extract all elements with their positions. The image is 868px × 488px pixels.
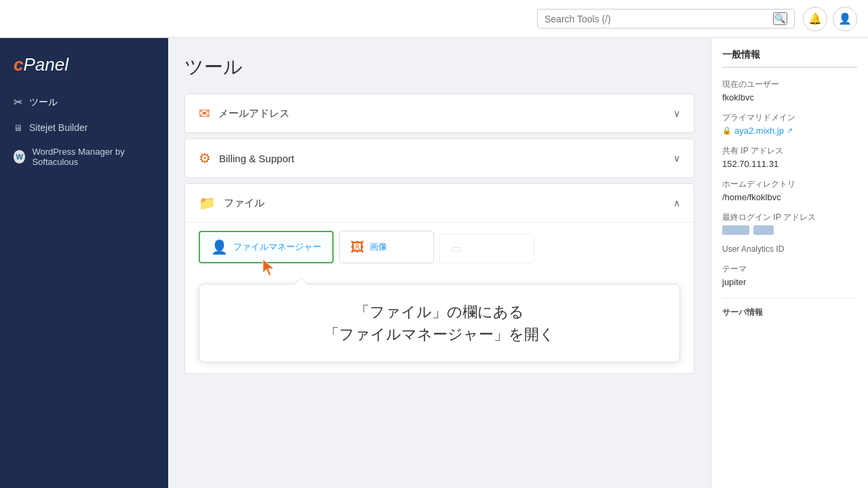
external-link-icon: ↗ <box>787 126 793 135</box>
analytics-id-row: User Analytics ID <box>722 244 857 254</box>
sidebar: cPanel ✂ ツール 🖥 Sitejet Builder W WordPre… <box>0 38 168 488</box>
sidebar-item-tools[interactable]: ✂ ツール <box>0 89 168 115</box>
top-header: 🔍 🔔 👤 <box>0 0 868 38</box>
billing-chevron: ∨ <box>673 153 680 164</box>
mail-section-header[interactable]: ✉ メールアドレス ∨ <box>185 94 694 132</box>
last-login-ip-label: 最終ログイン IP アドレス <box>722 212 857 223</box>
tools-icon: ✂ <box>14 96 22 109</box>
svg-marker-0 <box>262 259 273 276</box>
analytics-id-label: User Analytics ID <box>722 244 857 254</box>
theme-value: jupiter <box>722 277 857 287</box>
mail-section: ✉ メールアドレス ∨ <box>184 94 694 133</box>
sidebar-item-tools-label: ツール <box>29 96 58 109</box>
files-chevron: ∧ <box>673 198 680 208</box>
files-header-left: 📁 ファイル <box>199 195 264 211</box>
images-tool[interactable]: 🖼 画像 <box>339 231 434 263</box>
files-section: 📁 ファイル ∧ 👤 ファイルマネージャー <box>184 183 694 374</box>
notifications-button[interactable]: 🔔 <box>803 7 827 31</box>
search-icon: 🔍 <box>774 14 786 24</box>
sidebar-item-sitejet-label: Sitejet Builder <box>29 122 87 133</box>
tool-ghost-1: ▭ <box>439 233 534 263</box>
main-content: ツール ✉ メールアドレス ∨ ⚙ Billing & Support ∨ <box>168 38 711 488</box>
home-dir-label: ホームディレクトリ <box>722 179 857 190</box>
cpanel-logo: cPanel <box>0 49 168 89</box>
current-user-label: 現在のユーザー <box>722 79 857 90</box>
shared-ip-value: 152.70.111.31 <box>722 159 857 169</box>
mail-chevron: ∨ <box>673 108 680 119</box>
files-body: 👤 ファイルマネージャー 🖼 画像 <box>185 222 694 373</box>
files-icon: 📁 <box>199 195 216 211</box>
layout: cPanel ✂ ツール 🖥 Sitejet Builder W WordPre… <box>0 38 868 488</box>
images-label: 画像 <box>370 241 387 253</box>
billing-title: Billing & Support <box>219 153 294 164</box>
billing-section: ⚙ Billing & Support ∨ <box>184 138 694 178</box>
current-user-row: 現在のユーザー fkoklbvc <box>722 79 857 102</box>
images-icon: 🖼 <box>351 240 364 255</box>
billing-section-header[interactable]: ⚙ Billing & Support ∨ <box>185 139 694 177</box>
mail-header-left: ✉ メールアドレス <box>199 105 290 121</box>
last-login-ip-value <box>722 225 857 235</box>
sidebar-item-wordpress-label: WordPress Manager by Softaculous <box>32 147 155 167</box>
tools-grid: 👤 ファイルマネージャー 🖼 画像 <box>199 231 680 263</box>
files-section-header[interactable]: 📁 ファイル ∧ <box>185 184 694 222</box>
ip-block-2 <box>753 225 774 235</box>
user-icon: 👤 <box>838 12 852 25</box>
primary-domain-row: プライマリドメイン 🔒 aya2.mixh.jp ↗ <box>722 112 857 136</box>
theme-row: テーマ jupiter <box>722 263 857 287</box>
right-sidebar-title: 一般情報 <box>722 49 857 68</box>
primary-domain-label: プライマリドメイン <box>722 112 857 124</box>
last-login-ip-row: 最終ログイン IP アドレス <box>722 212 857 235</box>
wordpress-icon: W <box>14 150 25 164</box>
server-info-title: サーバ情報 <box>722 307 857 318</box>
mail-title: メールアドレス <box>218 107 290 120</box>
search-input[interactable] <box>545 14 773 24</box>
mail-icon: ✉ <box>199 105 210 121</box>
home-dir-row: ホームディレクトリ /home/fkoklbvc <box>722 179 857 202</box>
shared-ip-row: 共有 IP アドレス 152.70.111.31 <box>722 145 857 169</box>
sidebar-item-wordpress[interactable]: W WordPress Manager by Softaculous <box>0 140 168 174</box>
bell-icon: 🔔 <box>808 12 822 25</box>
cursor-indicator <box>261 258 277 274</box>
tooltip-line1: 「ファイル」の欄にある <box>221 301 658 323</box>
ip-block-1 <box>722 225 749 235</box>
page-title: ツール <box>184 54 694 80</box>
header-icons: 🔔 👤 <box>803 7 857 31</box>
file-manager-tool[interactable]: 👤 ファイルマネージャー <box>199 231 334 263</box>
file-manager-icon: 👤 <box>211 239 228 255</box>
shared-ip-label: 共有 IP アドレス <box>722 145 857 157</box>
theme-label: テーマ <box>722 263 857 275</box>
right-sidebar: 一般情報 現在のユーザー fkoklbvc プライマリドメイン 🔒 aya2.m… <box>711 38 868 488</box>
file-manager-label: ファイルマネージャー <box>233 241 321 253</box>
search-bar[interactable]: 🔍 <box>537 9 795 29</box>
current-user-value: fkoklbvc <box>722 92 857 102</box>
files-title: ファイル <box>224 197 264 210</box>
billing-icon: ⚙ <box>199 150 211 166</box>
billing-header-left: ⚙ Billing & Support <box>199 150 294 166</box>
sidebar-divider <box>722 298 857 299</box>
tooltip-popup: 「ファイル」の欄にある 「ファイルマネージャー」を開く <box>199 284 680 362</box>
sidebar-item-sitejet[interactable]: 🖥 Sitejet Builder <box>0 115 168 140</box>
search-button[interactable]: 🔍 <box>773 12 787 25</box>
user-menu-button[interactable]: 👤 <box>833 7 857 31</box>
sitejet-icon: 🖥 <box>14 123 22 133</box>
home-dir-value: /home/fkoklbvc <box>722 192 857 202</box>
tooltip-line2: 「ファイルマネージャー」を開く <box>221 323 658 345</box>
primary-domain-value[interactable]: 🔒 aya2.mixh.jp ↗ <box>722 126 857 136</box>
lock-icon: 🔒 <box>722 126 732 135</box>
